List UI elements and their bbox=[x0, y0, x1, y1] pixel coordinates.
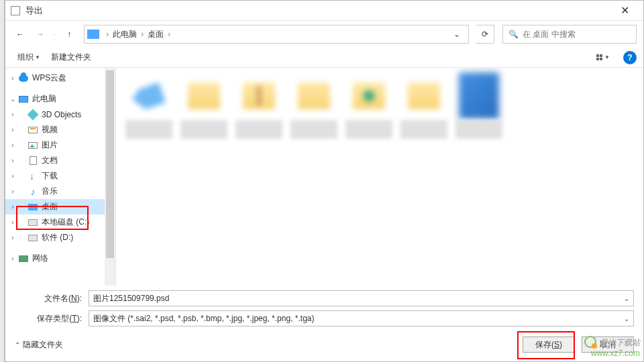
tree-item-music[interactable]: › ♪ 音乐 bbox=[5, 184, 115, 199]
tree-caret[interactable]: › bbox=[8, 141, 17, 149]
file-name bbox=[345, 120, 392, 139]
tree-item-documents[interactable]: › 文档 bbox=[5, 153, 115, 168]
file-item[interactable] bbox=[343, 74, 395, 139]
filename-label: 文件名(N): bbox=[15, 293, 89, 304]
tree-label: 网络 bbox=[32, 253, 48, 264]
disk-icon bbox=[27, 217, 39, 228]
tree-item-videos[interactable]: › 视频 bbox=[5, 122, 115, 137]
tree-caret[interactable]: › bbox=[8, 188, 17, 195]
folder-icon bbox=[353, 82, 385, 109]
tree-caret[interactable]: › bbox=[8, 111, 17, 118]
folder-icon bbox=[243, 82, 275, 109]
file-item[interactable] bbox=[123, 74, 175, 139]
tree-caret[interactable]: › bbox=[8, 172, 17, 180]
chevron-down-icon: ▼ bbox=[604, 54, 610, 60]
tree-caret[interactable]: › bbox=[8, 255, 17, 262]
picture-icon bbox=[27, 140, 39, 151]
video-icon bbox=[27, 125, 39, 135]
chevron-down-icon[interactable]: ⌄ bbox=[624, 315, 629, 322]
tree-item-3d-objects[interactable]: › 3D Objects bbox=[5, 107, 115, 122]
filename-value: 图片1251509799.psd bbox=[93, 293, 624, 304]
export-dialog: 导出 ✕ ← → · ↑ › 此电脑 › 桌面 › ⌄ ⟳ 🔍 组织 ▼ bbox=[5, 0, 644, 362]
file-name bbox=[125, 120, 172, 139]
close-button[interactable]: ✕ bbox=[611, 1, 638, 20]
file-name bbox=[290, 120, 337, 139]
organize-menu[interactable]: 组织 ▼ bbox=[12, 49, 46, 66]
tree-label: 本地磁盘 (C:) bbox=[42, 217, 89, 228]
tree-caret[interactable]: › bbox=[8, 219, 17, 226]
file-item[interactable] bbox=[288, 74, 340, 139]
address-path: › 此电脑 › 桌面 › bbox=[103, 29, 448, 40]
view-controls: ▼ ? bbox=[592, 50, 637, 65]
tree-item-this-pc[interactable]: ⌄ 此电脑 bbox=[5, 91, 115, 107]
file-list[interactable] bbox=[116, 68, 643, 286]
cloud-icon bbox=[17, 73, 30, 84]
nav-separator: · bbox=[54, 29, 56, 39]
cube-icon bbox=[27, 109, 39, 120]
document-icon bbox=[27, 156, 39, 166]
file-item[interactable] bbox=[178, 74, 230, 139]
file-name bbox=[455, 120, 502, 139]
network-icon bbox=[17, 253, 30, 264]
tree-item-pictures[interactable]: › 图片 bbox=[5, 137, 115, 153]
help-button[interactable]: ? bbox=[623, 51, 637, 64]
desktop-icon bbox=[27, 202, 39, 213]
forward-button[interactable]: → bbox=[32, 26, 48, 42]
grid-icon bbox=[596, 54, 602, 60]
folder-icon bbox=[188, 82, 220, 109]
window-icon bbox=[11, 6, 20, 15]
folder-icon bbox=[298, 82, 330, 109]
view-mode-button[interactable]: ▼ bbox=[592, 50, 614, 65]
tree-label: 软件 (D:) bbox=[42, 232, 73, 243]
file-name bbox=[400, 120, 447, 139]
tree-caret[interactable]: › bbox=[8, 157, 17, 164]
sidebar-scrollbar[interactable] bbox=[105, 68, 115, 286]
tree-caret[interactable]: ⌄ bbox=[8, 95, 17, 103]
tree-caret[interactable]: › bbox=[8, 74, 17, 82]
filetype-value: 图像文件 (*.sai2, *.psd, *.psb, *.bmp, *.jpg… bbox=[93, 313, 624, 324]
cancel-button[interactable]: 取消 bbox=[582, 337, 634, 353]
download-icon bbox=[27, 171, 39, 182]
crumb-sep: › bbox=[103, 29, 111, 39]
crumb-this-pc[interactable]: 此电脑 bbox=[111, 29, 138, 40]
file-item[interactable] bbox=[453, 74, 505, 139]
search-input[interactable] bbox=[523, 29, 631, 39]
search-icon: 🔍 bbox=[508, 29, 519, 39]
file-thumb bbox=[127, 74, 170, 117]
chevron-down-icon: ▼ bbox=[35, 54, 40, 60]
tree-caret[interactable]: › bbox=[8, 126, 17, 133]
new-folder-button[interactable]: 新建文件夹 bbox=[46, 49, 97, 66]
search-box[interactable]: 🔍 bbox=[502, 25, 637, 44]
tree-item-network[interactable]: › 网络 bbox=[5, 251, 115, 266]
chevron-down-icon[interactable]: ⌄ bbox=[624, 295, 629, 302]
address-bar[interactable]: › 此电脑 › 桌面 › ⌄ bbox=[84, 25, 469, 44]
tree-caret[interactable]: › bbox=[8, 203, 17, 210]
tree-label: 此电脑 bbox=[32, 93, 56, 105]
tree-label: WPS云盘 bbox=[32, 72, 66, 84]
menubar: 组织 ▼ 新建文件夹 ▼ ? bbox=[5, 48, 643, 68]
refresh-button[interactable]: ⟳ bbox=[476, 25, 494, 44]
tree-item-local-disk-c[interactable]: › 本地磁盘 (C:) bbox=[5, 215, 115, 230]
filename-input[interactable]: 图片1251509799.psd ⌄ bbox=[89, 290, 634, 306]
save-button[interactable]: 保存(S) bbox=[523, 337, 575, 353]
file-item[interactable] bbox=[233, 74, 285, 139]
scrollbar-thumb[interactable] bbox=[106, 70, 114, 258]
tree-item-desktop[interactable]: › 桌面 bbox=[5, 199, 115, 215]
filetype-select[interactable]: 图像文件 (*.sai2, *.psd, *.psb, *.bmp, *.jpg… bbox=[89, 310, 634, 326]
filetype-label: 保存类型(T): bbox=[15, 313, 89, 324]
tree-caret[interactable]: › bbox=[8, 234, 17, 241]
organize-label: 组织 bbox=[17, 52, 34, 63]
hide-folders-toggle[interactable]: ⌃ 隐藏文件夹 bbox=[15, 339, 63, 351]
back-button[interactable]: ← bbox=[12, 26, 28, 42]
crumb-sep: › bbox=[138, 29, 146, 39]
crumb-desktop[interactable]: 桌面 bbox=[146, 29, 165, 40]
tree-item-disk-d[interactable]: › 软件 (D:) bbox=[5, 230, 115, 245]
up-button[interactable]: ↑ bbox=[61, 26, 77, 42]
tree-item-downloads[interactable]: › 下载 bbox=[5, 168, 115, 184]
file-item[interactable] bbox=[398, 74, 450, 139]
tree-item-wps-cloud[interactable]: › WPS云盘 bbox=[5, 70, 115, 86]
disk-icon bbox=[27, 233, 39, 243]
navbar: ← → · ↑ › 此电脑 › 桌面 › ⌄ ⟳ 🔍 bbox=[5, 21, 643, 48]
monitor-icon bbox=[17, 94, 30, 105]
address-dropdown-icon[interactable]: ⌄ bbox=[448, 29, 466, 39]
